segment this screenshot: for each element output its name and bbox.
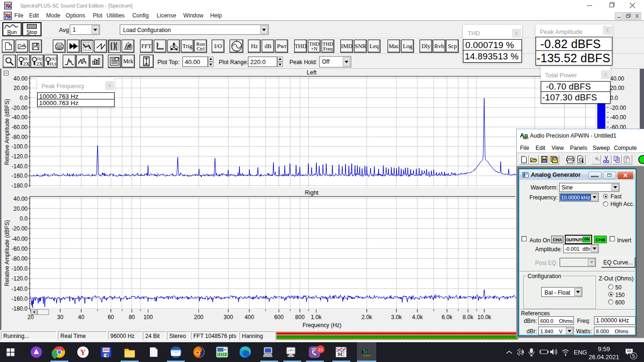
- svg-text:WIN: WIN: [363, 354, 371, 358]
- svg-text:0.0: 0.0: [20, 215, 28, 222]
- svg-text:3.0k: 3.0k: [391, 314, 402, 321]
- svg-text:FULL: FULL: [50, 62, 57, 66]
- svg-text:5: 5: [632, 353, 635, 359]
- svg-text:40.00: 40.00: [13, 75, 27, 82]
- svg-text:Y: Y: [80, 348, 86, 357]
- svg-text:8.0k: 8.0k: [462, 314, 474, 321]
- svg-text:800: 800: [295, 314, 305, 321]
- svg-text:20.00: 20.00: [610, 85, 624, 91]
- svg-text:-180.0: -180.0: [11, 182, 27, 189]
- svg-text:-20.00: -20.00: [11, 225, 27, 232]
- svg-text:100: 100: [143, 314, 153, 321]
- svg-text:-180.0: -180.0: [11, 305, 27, 312]
- svg-text:2X: 2X: [36, 61, 43, 66]
- svg-text:4.0k: 4.0k: [412, 314, 423, 321]
- svg-text:0.0: 0.0: [20, 95, 28, 101]
- svg-text:20.00: 20.00: [13, 206, 27, 212]
- svg-text:-140.0: -140.0: [11, 286, 27, 292]
- svg-text:-20.00: -20.00: [11, 105, 27, 111]
- svg-text:Right: Right: [305, 189, 319, 196]
- svg-text:60: 60: [107, 314, 114, 321]
- svg-text:-20.00: -20.00: [610, 105, 626, 111]
- svg-text:Relative Amplitude (dBFS): Relative Amplitude (dBFS): [4, 99, 10, 165]
- svg-text:400: 400: [245, 314, 254, 321]
- svg-text:-160.0: -160.0: [11, 173, 27, 179]
- svg-text:OUT: OUT: [50, 57, 57, 61]
- svg-text:Left: Left: [307, 69, 317, 76]
- svg-text:2X: 2X: [23, 61, 29, 66]
- svg-text:26.04.2021: 26.04.2021: [588, 354, 619, 361]
- svg-text:SC: SC: [338, 351, 344, 357]
- svg-text:40: 40: [78, 314, 85, 321]
- svg-text:30: 30: [57, 314, 64, 321]
- svg-text:-80.00: -80.00: [11, 134, 27, 140]
- svg-text:0.0: 0.0: [610, 95, 618, 101]
- svg-text:Relative Amplitude (dBFS): Relative Amplitude (dBFS): [4, 220, 10, 287]
- svg-text:-100.0: -100.0: [11, 265, 27, 272]
- svg-text:-40.00: -40.00: [610, 114, 626, 121]
- svg-text:ENG: ENG: [574, 349, 587, 356]
- svg-text:-60.00: -60.00: [11, 124, 27, 131]
- svg-text:20: 20: [27, 314, 34, 321]
- svg-text:-40.00: -40.00: [11, 236, 27, 242]
- svg-text:-60.00: -60.00: [11, 246, 27, 252]
- svg-text:-40.00: -40.00: [11, 114, 27, 121]
- svg-text:-160.0: -160.0: [11, 296, 27, 302]
- svg-text:-100.0: -100.0: [11, 143, 27, 150]
- svg-text:2.0k: 2.0k: [362, 314, 373, 321]
- svg-text:300: 300: [223, 314, 233, 321]
- svg-text:40.00: 40.00: [610, 75, 624, 82]
- svg-text:20.00: 20.00: [13, 85, 27, 91]
- svg-text:200: 200: [194, 314, 203, 321]
- svg-text:M: M: [224, 348, 226, 351]
- svg-text:9:59: 9:59: [598, 346, 610, 353]
- svg-text:-120.0: -120.0: [11, 153, 27, 160]
- svg-text:Frequency (Hz): Frequency (Hz): [303, 322, 342, 329]
- svg-text:600: 600: [274, 314, 284, 321]
- svg-text:WIN: WIN: [523, 136, 528, 140]
- svg-text:-80.00: -80.00: [11, 255, 27, 262]
- svg-text:80: 80: [129, 314, 135, 321]
- svg-text:6.0k: 6.0k: [442, 314, 453, 321]
- svg-text:10.0k: 10.0k: [478, 314, 492, 321]
- svg-text:21: 21: [318, 347, 323, 352]
- svg-text:40.00: 40.00: [13, 196, 27, 202]
- svg-text:-120.0: -120.0: [11, 275, 27, 282]
- svg-text:-140.0: -140.0: [11, 163, 27, 170]
- svg-text:1.0k: 1.0k: [311, 314, 322, 321]
